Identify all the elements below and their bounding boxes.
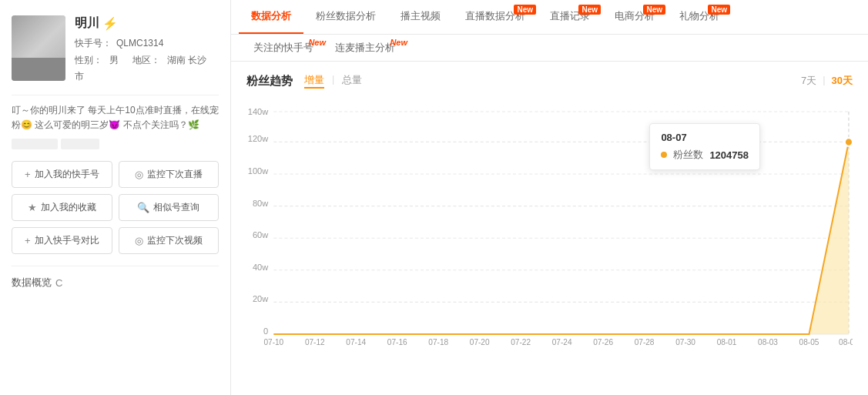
chart-area: 粉丝趋势 增量 | 总量 7天 | 30天 0 20w 40w [231,62,868,360]
chart-container: 0 20w 40w 60w 80w 100w 120w 140w [246,100,853,349]
tab-live-data[interactable]: 直播数据分析 New [453,0,538,34]
monitor-live-button[interactable]: ◎ 监控下次直播 [119,161,220,188]
svg-text:120w: 120w [248,134,269,143]
gender-value: 男 [109,55,119,65]
similar-search-button[interactable]: 🔍 相似号查询 [119,194,220,221]
intro-text: 叮～你的明川来了 每天上午10点准时直播，在线宠粉😊 这么可爱的明三岁😈 不点个… [12,105,219,130]
sidebar: 明川 ⚡ 快手号：QLMC1314 性别： 男 地区： 湖南 长沙市 叮～你的明… [0,0,231,395]
svg-point-33 [845,138,853,146]
add-compare-label: 加入快手号对比 [35,234,99,247]
live-data-badge: New [514,5,536,15]
tab-fans-data[interactable]: 粉丝数据分析 [303,0,388,34]
time-toggle: 7天 | 30天 [801,74,853,88]
lightning-icon: ⚡ [102,16,118,31]
tab-bar: 数据分析 粉丝数据分析 播主视频 直播数据分析 New 直播记录 New 电商分… [231,0,868,35]
tooltip-row: 粉丝数 1204758 [661,148,749,162]
profile-intro: 叮～你的明川来了 每天上午10点准时直播，在线宠粉😊 这么可爱的明三岁😈 不点个… [12,95,219,149]
add-favorites-label: 加入我的收藏 [41,201,96,214]
data-overview-label: 数据概览 [12,276,52,290]
tooltip-value: 1204758 [709,149,749,161]
add-compare-button[interactable]: + 加入快手号对比 [12,227,112,254]
profile-section: 明川 ⚡ 快手号：QLMC1314 性别： 男 地区： 湖南 长沙市 [12,15,219,85]
kuaishou-id-value: QLMC1314 [116,38,163,49]
tab-gifts[interactable]: 礼物分析 New [667,0,732,34]
tooltip-dot [661,152,667,158]
followed-badge: New [308,38,326,47]
live-record-badge: New [578,5,601,15]
time-7-days[interactable]: 7天 [801,74,816,88]
name-text: 明川 [75,15,99,32]
tab-ecommerce[interactable]: 电商分析 New [602,0,667,34]
svg-text:07-26: 07-26 [593,338,613,346]
tooltip-label: 粉丝数 [673,148,703,162]
svg-text:08-01: 08-01 [717,338,737,346]
tab-fans-data-label: 粉丝数据分析 [316,10,376,22]
sub-tab-followed[interactable]: 关注的快手号 New [243,35,324,61]
chart-header: 粉丝趋势 增量 | 总量 7天 | 30天 [246,73,853,89]
svg-text:07-30: 07-30 [675,338,695,346]
monitor-live-label: 监控下次直播 [147,168,203,181]
svg-text:100w: 100w [248,166,269,176]
video-monitor-icon: ◎ [135,235,143,246]
svg-text:08-03: 08-03 [758,338,778,346]
tag-2 [61,139,99,149]
gifts-badge: New [708,5,730,15]
svg-text:40w: 40w [253,263,269,272]
svg-text:140w: 140w [248,107,269,116]
svg-text:07-24: 07-24 [552,338,572,346]
tab-data-analysis[interactable]: 数据分析 [239,0,303,34]
svg-text:07-28: 07-28 [635,338,655,346]
svg-text:80w: 80w [253,198,269,207]
add-favorites-button[interactable]: ★ 加入我的收藏 [12,194,112,221]
tag-1 [12,139,58,149]
monitor-video-button[interactable]: ◎ 监控下次视频 [119,227,220,254]
svg-text:08-05: 08-05 [799,338,819,346]
compare-plus-icon: + [25,235,31,246]
kuaishou-id-label: 快手号： [75,38,112,49]
profile-meta: 快手号：QLMC1314 性别： 男 地区： 湖南 长沙市 [75,35,219,85]
tab-data-analysis-label: 数据分析 [251,10,291,22]
add-kuaishou-label: 加入我的快手号 [35,168,99,181]
svg-text:08-07: 08-07 [839,338,853,346]
chart-tooltip: 08-07 粉丝数 1204758 [649,123,760,170]
svg-text:07-16: 07-16 [387,338,407,346]
svg-marker-32 [273,142,849,334]
chart-toggle: 增量 | 总量 [304,73,362,89]
refresh-icon[interactable]: C [55,277,62,289]
gender-label: 性别： [75,55,102,65]
sub-tab-lianmai[interactable]: 连麦播主分析 New [324,35,406,61]
chart-title: 粉丝趋势 [246,74,293,89]
action-buttons: + 加入我的快手号 ◎ 监控下次直播 ★ 加入我的收藏 🔍 相似号查询 + 加入… [12,161,219,254]
sub-tab-lianmai-label: 连麦播主分析 [335,42,395,53]
monitor-icon: ◎ [135,169,143,180]
profile-info: 明川 ⚡ 快手号：QLMC1314 性别： 男 地区： 湖南 长沙市 [75,15,219,85]
lianmai-badge: New [390,38,407,47]
sub-tab-followed-label: 关注的快手号 [253,42,313,53]
sub-tab-bar: 关注的快手号 New 连麦播主分析 New [231,35,868,62]
similar-search-label: 相似号查询 [153,201,199,214]
search-icon: 🔍 [137,202,149,213]
svg-text:07-12: 07-12 [305,338,325,346]
chart-svg: 0 20w 40w 60w 80w 100w 120w 140w [246,100,853,346]
tab-live-record[interactable]: 直播记录 New [538,0,602,34]
monitor-video-label: 监控下次视频 [147,234,203,247]
main-content: 数据分析 粉丝数据分析 播主视频 直播数据分析 New 直播记录 New 电商分… [231,0,868,395]
avatar [12,15,65,81]
svg-text:07-18: 07-18 [428,338,448,346]
ecommerce-badge: New [643,5,665,15]
svg-text:07-10: 07-10 [263,338,283,346]
svg-text:60w: 60w [253,230,269,239]
tooltip-date: 08-07 [661,132,749,143]
tab-streamer-video-label: 播主视频 [400,10,441,22]
star-icon: ★ [28,202,37,213]
toggle-total[interactable]: 总量 [342,73,362,89]
time-30-days[interactable]: 30天 [832,74,853,88]
svg-text:0: 0 [263,326,268,336]
add-kuaishou-button[interactable]: + 加入我的快手号 [12,161,112,188]
tab-streamer-video[interactable]: 播主视频 [388,0,453,34]
svg-text:20w: 20w [253,294,269,303]
svg-text:07-14: 07-14 [346,338,366,346]
svg-text:07-20: 07-20 [470,338,490,346]
plus-icon: + [25,169,31,180]
toggle-increment[interactable]: 增量 [304,73,324,89]
